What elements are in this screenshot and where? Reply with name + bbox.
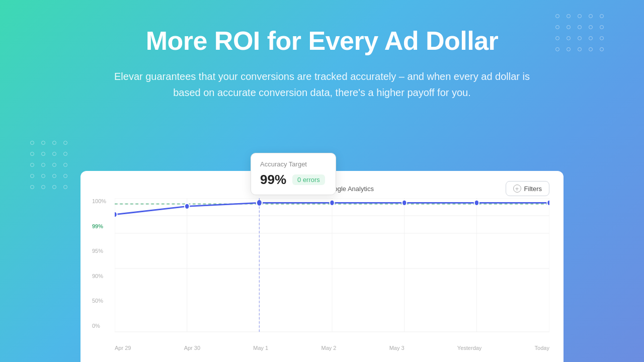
chart-container: Facebook Google Analytics + Filters 100%… — [80, 171, 564, 362]
svg-point-14 — [115, 212, 117, 218]
filters-button[interactable]: + Filters — [506, 181, 549, 196]
chart-tooltip: Accuracy Target 99% 0 errors — [251, 153, 336, 195]
dot — [52, 152, 56, 156]
x-axis: Apr 29 Apr 30 May 1 May 2 May 3 Yesterda… — [115, 345, 549, 351]
dot — [30, 141, 34, 145]
svg-point-20 — [547, 200, 549, 206]
svg-point-19 — [474, 200, 479, 206]
dot — [30, 152, 34, 156]
dot — [63, 185, 67, 189]
hero-content: More ROI for Every Ad Dollar Elevar guar… — [0, 0, 644, 101]
hero-title: More ROI for Every Ad Dollar — [0, 26, 644, 56]
chart-area: 100% 99% 95% 90% 50% 0% — [115, 198, 549, 339]
y-label-95: 95% — [92, 248, 106, 254]
x-label-apr29: Apr 29 — [115, 345, 131, 351]
chart-svg — [115, 198, 549, 339]
x-label-today: Today — [535, 345, 549, 351]
x-label-may1: May 1 — [253, 345, 268, 351]
dot — [30, 163, 34, 167]
tooltip-title: Accuracy Target — [260, 160, 327, 168]
y-label-100: 100% — [92, 198, 106, 204]
x-label-may3: May 3 — [389, 345, 405, 351]
dot — [41, 152, 45, 156]
dot — [52, 163, 56, 167]
tooltip-value: 99% — [260, 172, 286, 188]
svg-point-18 — [402, 200, 407, 206]
y-label-50: 50% — [92, 298, 106, 304]
svg-point-17 — [330, 200, 334, 206]
x-label-may2: May 2 — [321, 345, 336, 351]
dot — [63, 141, 67, 145]
x-label-yesterday: Yesterday — [457, 345, 482, 351]
hero-subtitle: Elevar guarantees that your conversions … — [101, 68, 543, 101]
x-label-apr30: Apr 30 — [184, 345, 200, 351]
y-label-90: 90% — [92, 273, 106, 279]
filters-label: Filters — [524, 185, 542, 193]
dot — [41, 141, 45, 145]
y-axis: 100% 99% 95% 90% 50% 0% — [92, 198, 106, 339]
y-label-0: 0% — [92, 323, 106, 329]
y-label-99: 99% — [92, 223, 106, 229]
dot — [52, 141, 56, 145]
dot — [41, 163, 45, 167]
dot — [52, 185, 56, 189]
dot-grid-left — [30, 141, 67, 189]
dot — [63, 152, 67, 156]
svg-point-15 — [185, 204, 189, 210]
dot — [52, 174, 56, 178]
dot — [63, 163, 67, 167]
tooltip-value-row: 99% 0 errors — [260, 172, 327, 188]
plus-icon: + — [513, 185, 521, 193]
dot — [63, 174, 67, 178]
dot — [30, 174, 34, 178]
dot — [41, 185, 45, 189]
tooltip-badge: 0 errors — [292, 174, 325, 185]
dot — [41, 174, 45, 178]
dot — [30, 185, 34, 189]
